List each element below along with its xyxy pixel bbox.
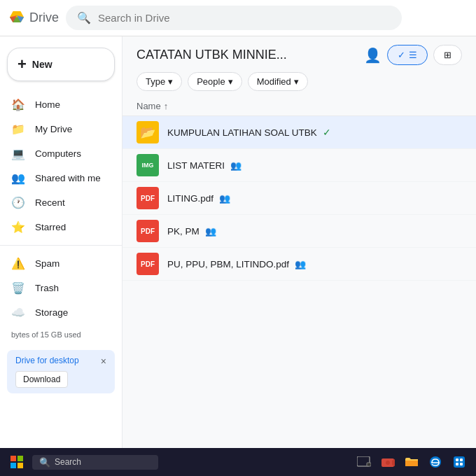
- taskbar-system-icons: [356, 454, 468, 470]
- name-column-header[interactable]: Name ↑: [136, 101, 462, 111]
- drive-logo-icon: [8, 10, 25, 27]
- edge-icon: [429, 456, 442, 468]
- table-row[interactable]: PDF LITING.pdf 👥: [122, 182, 476, 215]
- table-row[interactable]: 📂 KUMPULAN LATIHAN SOAL UTBK ✓: [122, 116, 476, 149]
- new-label: New: [32, 59, 52, 70]
- file-name: PU, PPU, PBM, LITINDO.pdf 👥: [167, 259, 462, 270]
- sidebar-item-shared-with-me[interactable]: 👥 Shared with me: [0, 166, 113, 190]
- svg-rect-13: [454, 456, 465, 468]
- sidebar-item-home[interactable]: 🏠 Home: [0, 92, 113, 117]
- svg-rect-4: [18, 456, 23, 461]
- selected-check-icon: ✓: [323, 127, 331, 138]
- start-button[interactable]: [8, 454, 25, 470]
- my-drive-icon: 📁: [11, 122, 25, 136]
- svg-rect-16: [456, 463, 458, 465]
- drive-label: Drive: [29, 10, 59, 25]
- sidebar-label-spam: Spam: [35, 258, 59, 269]
- sidebar-label-shared: Shared with me: [35, 173, 101, 183]
- shared-icon: 👥: [11, 172, 25, 185]
- taskbar-folder-icon[interactable]: [403, 454, 420, 470]
- taskbar-edge-icon[interactable]: [427, 454, 444, 470]
- windows-logo-icon: [10, 456, 23, 468]
- search-input[interactable]: [98, 12, 391, 24]
- check-icon: ✓: [398, 50, 405, 60]
- close-banner-button[interactable]: ×: [101, 356, 106, 367]
- search-bar[interactable]: 🔍: [66, 6, 402, 30]
- shared-users-icon: 👥: [295, 259, 306, 270]
- new-button[interactable]: + New: [7, 48, 115, 81]
- pdf-icon-label: PDF: [141, 260, 155, 268]
- filter-type-button[interactable]: Type ▾: [136, 72, 182, 91]
- shared-people-icon: 👤: [364, 47, 382, 64]
- filter-people-label: People: [197, 76, 225, 87]
- sidebar-label-starred: Starred: [35, 222, 66, 232]
- home-icon: 🏠: [11, 98, 25, 111]
- grid-view-button[interactable]: ⊞: [433, 45, 462, 65]
- desktop-banner: Drive for desktop Download ×: [7, 350, 115, 393]
- file-name-text: PU, PPU, PBM, LITINDO.pdf: [167, 259, 289, 270]
- camera-icon: [381, 456, 395, 468]
- file-name: LITING.pdf 👥: [167, 193, 462, 204]
- recent-icon: 🕐: [11, 196, 25, 209]
- grid-icon: ⊞: [444, 50, 451, 60]
- table-row[interactable]: IMG LIST MATERI 👥: [122, 149, 476, 182]
- svg-rect-14: [456, 458, 458, 461]
- taskbar-camera-icon[interactable]: [379, 454, 396, 470]
- main-content: + New 🏠 Home 📁 My Drive 💻 Computers 👥 Sh…: [0, 36, 476, 448]
- taskbar-store-icon[interactable]: [451, 454, 468, 470]
- table-row[interactable]: PDF PK, PM 👥: [122, 215, 476, 248]
- pdf-file-icon: PDF: [136, 187, 159, 209]
- banner-content: Drive for desktop Download: [15, 356, 101, 388]
- sidebar-label-recent: Recent: [35, 197, 65, 208]
- filter-type-chevron: ▾: [168, 76, 173, 87]
- download-button[interactable]: Download: [15, 371, 68, 388]
- sidebar-item-starred[interactable]: ⭐ Starred: [0, 215, 113, 239]
- storage-info: bytes of 15 GB used: [11, 330, 111, 339]
- svg-rect-3: [10, 456, 16, 461]
- shared-users-icon: 👥: [205, 226, 216, 237]
- folder-icon: 📂: [136, 121, 159, 144]
- filter-bar: Type ▾ People ▾ Modified ▾: [122, 69, 476, 97]
- list-icon: ☰: [409, 50, 417, 60]
- filter-modified-label: Modified: [257, 76, 291, 87]
- computers-icon: 💻: [11, 147, 25, 160]
- name-col-label: Name: [136, 101, 161, 111]
- sidebar-label-home: Home: [35, 99, 60, 110]
- image-icon-label: IMG: [142, 162, 154, 169]
- taskbar-corner-icon[interactable]: [356, 454, 372, 470]
- table-row[interactable]: PDF PU, PPU, PBM, LITINDO.pdf 👥: [122, 248, 476, 281]
- filter-modified-button[interactable]: Modified ▾: [248, 72, 308, 91]
- file-list-header: Name ↑: [122, 97, 476, 116]
- filter-modified-chevron: ▾: [294, 76, 299, 87]
- svg-rect-8: [367, 463, 371, 466]
- sidebar-item-storage[interactable]: ☁️ Storage: [0, 300, 113, 325]
- storage-icon: ☁️: [11, 306, 25, 319]
- sidebar-label-trash: Trash: [35, 283, 59, 293]
- sidebar-label-storage: Storage: [35, 307, 68, 318]
- top-bar: Drive 🔍: [0, 0, 476, 36]
- sidebar-item-my-drive[interactable]: 📁 My Drive: [0, 117, 113, 141]
- list-view-button[interactable]: ✓ ☰: [387, 45, 428, 65]
- starred-icon: ⭐: [11, 220, 25, 234]
- taskbar-search-label: Search: [55, 457, 81, 467]
- sidebar-item-computers[interactable]: 💻 Computers: [0, 141, 113, 166]
- file-name: PK, PM 👥: [167, 226, 462, 237]
- sidebar-item-trash[interactable]: 🗑️ Trash: [0, 276, 113, 300]
- new-plus-icon: +: [18, 55, 27, 74]
- file-area: CATATAN UTBK MINNIE... 👤 ✓ ☰ ⊞ Type ▾: [122, 36, 476, 448]
- pdf-file-icon: PDF: [136, 220, 159, 242]
- file-name: LIST MATERI 👥: [167, 160, 462, 171]
- file-name: KUMPULAN LATIHAN SOAL UTBK ✓: [167, 127, 462, 138]
- image-file-icon: IMG: [136, 154, 159, 176]
- sidebar-item-recent[interactable]: 🕐 Recent: [0, 190, 113, 215]
- taskbar-search-bar[interactable]: 🔍 Search: [32, 455, 158, 470]
- svg-point-10: [386, 461, 390, 465]
- filter-people-button[interactable]: People ▾: [188, 72, 241, 91]
- spam-icon: ⚠️: [11, 257, 25, 270]
- sort-icon: ↑: [164, 101, 169, 111]
- folder-actions: 👤 ✓ ☰ ⊞: [364, 45, 462, 65]
- storage-text: bytes of 15 GB used: [11, 330, 81, 339]
- pdf-icon-label: PDF: [141, 195, 155, 202]
- sidebar-item-spam[interactable]: ⚠️ Spam: [0, 251, 113, 276]
- sidebar: + New 🏠 Home 📁 My Drive 💻 Computers 👥 Sh…: [0, 36, 122, 448]
